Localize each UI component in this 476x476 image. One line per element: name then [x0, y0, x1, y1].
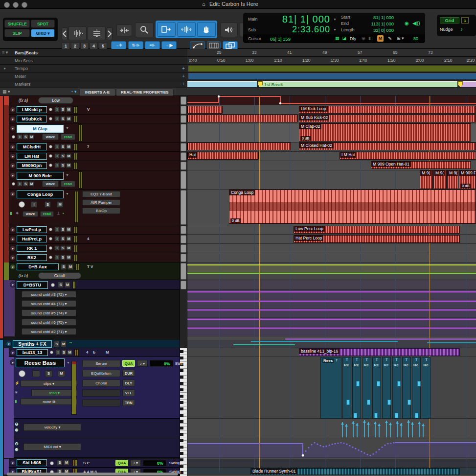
automation-lane-selector[interactable]: sound cntrl #5 (74) ▾ — [22, 309, 76, 316]
track-m-button[interactable]: M — [67, 350, 72, 355]
lane-type-selector[interactable]: MIDI vol ▾ — [23, 443, 81, 451]
track-m-button[interactable]: M — [68, 264, 73, 270]
start-value[interactable]: 81| 1| 000 — [360, 15, 394, 20]
midi-note[interactable] — [367, 400, 370, 405]
track-collapse-button[interactable]: ▼ — [10, 107, 16, 113]
track-scroll-segment[interactable] — [181, 171, 186, 189]
record-enable-dot[interactable] — [49, 117, 52, 120]
insert-slot[interactable]: EQ3 7-Band — [82, 191, 120, 197]
track-i-button[interactable]: I — [54, 227, 60, 232]
track-s-button[interactable]: S — [58, 282, 64, 288]
pre-roll-icon[interactable]: ◉ — [405, 21, 409, 26]
track-scroll-segment[interactable] — [181, 254, 186, 262]
sub-counter-dropdown-icon[interactable]: ▼ — [333, 28, 337, 31]
track-name[interactable]: Synths + FX — [13, 340, 52, 348]
record-enable-dot[interactable] — [51, 283, 55, 287]
track-scroll-segment[interactable] — [181, 190, 186, 225]
track-collapse-button[interactable]: ▼ — [10, 245, 16, 251]
edit-mode-shuffle[interactable]: SHUFFLE — [4, 20, 30, 28]
clip-blade-runner-synth-01[interactable]: Blade Runner Synth-01 — [250, 468, 460, 475]
pencil-mini-icon[interactable]: ✎ — [388, 36, 392, 41]
track-name[interactable]: D+BSTU — [17, 281, 48, 289]
track-row-m-clap[interactable]: ▼M Clap▼ISMwaveread — [4, 123, 180, 143]
rtp-qua-button[interactable]: QUA — [115, 460, 128, 466]
midi-note[interactable] — [346, 400, 350, 405]
track-row-lwprclp[interactable]: ▼LwPrcLpISM — [4, 225, 180, 235]
midi-clip-re-1[interactable]: TRe — [352, 357, 361, 419]
clip-bassline-413-bip-16[interactable]: bassline 413_bip-16 — [299, 348, 460, 356]
track-s-button[interactable]: S — [60, 255, 66, 260]
midi-note[interactable] — [354, 413, 357, 418]
track-m-button[interactable]: M — [66, 236, 71, 241]
insert-slot[interactable]: AIR Pumper — [82, 199, 120, 206]
window-close-button[interactable] — [4, 2, 10, 8]
main-counter-dropdown-icon[interactable]: ▼ — [333, 18, 337, 21]
lane-remove-icon[interactable]: ⊖ — [15, 441, 19, 446]
track-name[interactable]: HatPrcLp — [17, 236, 47, 242]
insertion-follows-playback-button[interactable]: →|▶ — [161, 41, 177, 49]
track-row-m-909-ride[interactable]: ▼M 909 Ride▼ISMwaveread — [4, 170, 180, 190]
track-i-button[interactable]: I — [54, 144, 60, 149]
track-m-button[interactable]: M — [66, 107, 71, 112]
main-counter-value[interactable]: 81| 1| 000 — [269, 14, 330, 25]
track-m-button[interactable]: M — [57, 201, 63, 208]
window-minimize-button[interactable] — [13, 2, 19, 8]
record-enable-dot[interactable] — [12, 135, 15, 139]
insert-slot[interactable]: Choral — [82, 380, 120, 387]
track-i-button[interactable]: I — [17, 181, 23, 187]
clip-m-9-[interactable]: M 9( — [433, 170, 447, 189]
track-row-m909opn[interactable]: ▼M909OpnISM — [4, 161, 180, 170]
track-row-lm-hat[interactable]: ▼LM HatISM — [4, 152, 180, 161]
grid-display-icon[interactable]: ▦ — [335, 36, 340, 41]
automation-lane-selector[interactable]: sound cntrl #3 (72) ▾ — [22, 291, 76, 298]
monitor-icon[interactable]: ▪ — [63, 211, 64, 215]
track-name[interactable]: MClsdHt — [17, 143, 47, 150]
track-name-dropdown-icon[interactable]: ▼ — [66, 126, 69, 130]
track-m-button[interactable]: M — [66, 153, 71, 159]
swing-value-box[interactable]: 0% — [150, 360, 173, 367]
track-row-synths-fx[interactable]: ▼Synths + FXSM▪▪ — [4, 340, 180, 348]
track-collapse-button[interactable]: ▼ — [10, 350, 16, 356]
track-name[interactable]: RK2 — [17, 254, 47, 261]
marker-label[interactable]: 1st Break — [264, 82, 283, 87]
track-scroll-segment[interactable] — [181, 244, 186, 253]
track-scroll-segment[interactable] — [181, 152, 186, 161]
track-scroll-segment[interactable] — [181, 226, 186, 234]
track-name[interactable]: M Clap — [17, 125, 64, 133]
track-m-button[interactable]: M — [66, 245, 71, 251]
track-i-button[interactable]: I — [54, 255, 60, 260]
midi-note[interactable] — [397, 381, 401, 386]
track-collapse-button[interactable]: ▼ — [6, 341, 12, 347]
track-scroll-segment[interactable] — [181, 143, 186, 151]
zoom-tool-button[interactable] — [135, 23, 154, 37]
record-enable-dot[interactable] — [49, 145, 52, 148]
clip[interactable] — [187, 115, 298, 122]
scrub-tool-button[interactable] — [220, 23, 238, 37]
lane-add-icon[interactable]: ⊕ — [15, 447, 19, 452]
insert-slot[interactable]: Serum — [82, 360, 120, 367]
midi-note[interactable] — [395, 413, 398, 418]
midi-clip-re-3[interactable]: TRe — [372, 357, 381, 419]
output-selector[interactable]: none ⧉ — [21, 398, 77, 405]
track-s-button[interactable]: S — [57, 460, 63, 466]
track-i-button[interactable]: I — [17, 134, 23, 140]
track-m-button[interactable]: M — [29, 134, 34, 140]
track-collapse-button[interactable]: ▼ — [10, 460, 16, 466]
track-collapse-button[interactable]: ▼ — [10, 163, 16, 168]
track-row-bs413-13[interactable]: ▼bs413_13ISM4bM — [4, 348, 180, 357]
track-row-hatprclp[interactable]: ▼HatPrcLpISM4 — [4, 235, 180, 244]
track-i-button[interactable]: I — [54, 245, 60, 251]
track-name-dropdown-icon[interactable]: ▼ — [66, 173, 69, 177]
clip-gain-label[interactable]: 0 dB — [230, 218, 241, 223]
track-i-button[interactable]: I — [31, 201, 37, 208]
track-name[interactable]: SbLb808 — [17, 459, 47, 466]
track-i-button[interactable]: I — [55, 350, 61, 355]
smart-tool-hand-button[interactable] — [197, 22, 216, 37]
quantize-note-selector[interactable]: ♪ ▾ — [130, 460, 141, 466]
track-collapse-button[interactable]: ▼ — [10, 236, 16, 242]
keyboard-focus-button[interactable] — [207, 41, 221, 49]
track-m-button[interactable]: M — [65, 282, 70, 288]
track-name-dropdown-icon[interactable]: ▼ — [67, 361, 70, 364]
zoom-out-arrow-icon[interactable] — [62, 27, 68, 40]
track-s-button[interactable]: S — [54, 341, 60, 347]
